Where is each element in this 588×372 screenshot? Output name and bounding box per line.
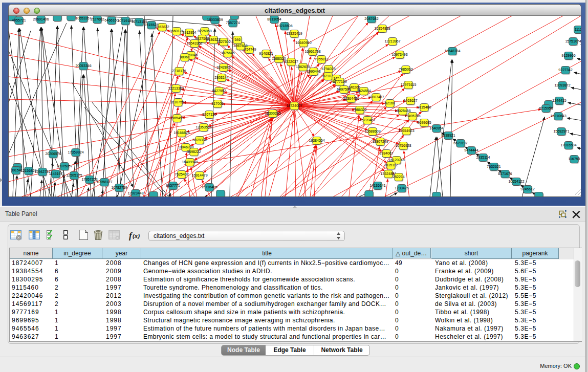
svg-text:19654923: 19654923 <box>398 129 414 133</box>
svg-text:6679197: 6679197 <box>453 141 467 145</box>
svg-text:12213369: 12213369 <box>168 86 184 90</box>
svg-text:7357274: 7357274 <box>226 21 239 25</box>
svg-text:14136141: 14136141 <box>369 184 385 187</box>
svg-text:16648784: 16648784 <box>444 49 460 53</box>
svg-text:9129966: 9129966 <box>561 54 575 57</box>
svg-text:15716485: 15716485 <box>201 185 217 189</box>
svg-text:1615112: 1615112 <box>384 163 398 167</box>
svg-text:3624554: 3624554 <box>357 89 371 93</box>
svg-text:10025458: 10025458 <box>395 109 410 113</box>
svg-text:9384067: 9384067 <box>379 151 393 155</box>
svg-text:1640954: 1640954 <box>429 126 443 130</box>
svg-text:10653267: 10653267 <box>75 16 91 20</box>
svg-text:17975115: 17975115 <box>401 83 417 86</box>
svg-text:1362615: 1362615 <box>296 65 310 69</box>
svg-text:19218506: 19218506 <box>276 24 292 28</box>
svg-text:3875645: 3875645 <box>221 51 234 55</box>
svg-text:62160: 62160 <box>385 101 395 105</box>
svg-text:252214: 252214 <box>393 175 404 179</box>
svg-text:17016504: 17016504 <box>560 143 576 147</box>
svg-text:7663822: 7663822 <box>155 25 169 29</box>
svg-text:6466160: 6466160 <box>104 18 118 22</box>
svg-text:546: 546 <box>234 38 241 41</box>
svg-text:6794078: 6794078 <box>321 67 335 71</box>
svg-text:2967608: 2967608 <box>233 44 247 48</box>
svg-text:9146821: 9146821 <box>259 52 273 55</box>
svg-text:8912954: 8912954 <box>182 31 196 34</box>
svg-text:18807249: 18807249 <box>372 140 388 143</box>
svg-text:7986322: 7986322 <box>353 108 366 112</box>
svg-text:9699695: 9699695 <box>417 121 431 124</box>
svg-text:9657771: 9657771 <box>166 184 180 187</box>
svg-text:2935114: 2935114 <box>476 156 490 159</box>
svg-text:13495756: 13495756 <box>404 114 420 118</box>
svg-text:12213967: 12213967 <box>384 39 400 43</box>
svg-text:19384554: 19384554 <box>309 139 324 142</box>
svg-text:12923448: 12923448 <box>127 191 143 195</box>
svg-text:(x): (x) <box>133 233 140 239</box>
svg-text:10807487: 10807487 <box>368 95 384 99</box>
svg-text:20691406: 20691406 <box>33 17 49 21</box>
svg-text:2087682: 2087682 <box>364 17 378 20</box>
svg-text:12505175: 12505175 <box>66 173 82 177</box>
svg-text:1965493: 1965493 <box>170 116 184 120</box>
svg-text:8471676: 8471676 <box>498 172 512 176</box>
svg-text:9777169: 9777169 <box>333 80 346 83</box>
svg-text:16543362: 16543362 <box>186 41 202 45</box>
svg-text:7485063: 7485063 <box>399 68 412 71</box>
svg-text:9474444: 9474444 <box>464 148 478 152</box>
svg-text:8660124: 8660124 <box>169 29 183 33</box>
svg-text:20053346: 20053346 <box>75 64 91 68</box>
svg-text:9242845: 9242845 <box>216 65 230 69</box>
svg-text:8813054: 8813054 <box>267 17 281 21</box>
svg-text:9427552: 9427552 <box>212 89 226 93</box>
svg-text:15720407: 15720407 <box>359 118 375 122</box>
svg-text:10973493: 10973493 <box>391 53 407 56</box>
svg-text:116753: 116753 <box>569 157 580 161</box>
svg-text:10958127: 10958127 <box>96 180 112 184</box>
svg-text:10756928: 10756928 <box>395 144 411 147</box>
svg-text:7955812: 7955812 <box>314 57 328 61</box>
svg-text:9115460: 9115460 <box>418 105 431 109</box>
svg-text:20364436: 20364436 <box>343 97 359 100</box>
svg-text:10975857: 10975857 <box>56 164 72 168</box>
svg-text:7632621: 7632621 <box>487 165 500 168</box>
svg-text:817005: 817005 <box>211 102 223 105</box>
svg-text:8215958: 8215958 <box>539 106 553 110</box>
svg-text:4055721: 4055721 <box>12 18 26 22</box>
svg-text:16210643: 16210643 <box>550 114 566 118</box>
svg-text:13325419: 13325419 <box>286 32 302 35</box>
svg-text:12353594: 12353594 <box>195 125 211 129</box>
svg-text:6497508: 6497508 <box>337 87 351 91</box>
svg-text:1990448: 1990448 <box>307 70 320 73</box>
svg-text:17957253: 17957253 <box>81 178 97 181</box>
svg-text:3498222: 3498222 <box>187 150 201 154</box>
svg-text:12942737: 12942737 <box>34 170 50 173</box>
svg-text:2718176: 2718176 <box>172 69 186 73</box>
svg-text:10654122: 10654122 <box>508 180 524 183</box>
svg-text:19166825: 19166825 <box>173 131 189 135</box>
svg-text:12093872: 12093872 <box>554 83 570 87</box>
svg-text:9227342: 9227342 <box>558 68 572 72</box>
svg-text:7625402: 7625402 <box>175 172 188 176</box>
svg-text:18724007: 18724007 <box>286 104 302 107</box>
svg-text:1733426: 1733426 <box>395 186 408 190</box>
svg-text:1145197: 1145197 <box>49 172 63 176</box>
svg-text:16154838: 16154838 <box>374 27 390 30</box>
svg-text:1112: 1112 <box>575 28 581 31</box>
svg-text:1244415: 1244415 <box>552 99 566 102</box>
svg-text:15692971: 15692971 <box>553 129 569 133</box>
svg-text:39154: 39154 <box>11 168 21 172</box>
svg-text:8267130: 8267130 <box>202 113 216 116</box>
svg-text:8878334: 8878334 <box>192 138 206 142</box>
svg-text:9463627: 9463627 <box>403 99 417 102</box>
svg-text:16033809: 16033809 <box>207 18 223 21</box>
svg-text:16914479: 16914479 <box>191 173 207 177</box>
svg-text:16961758: 16961758 <box>304 50 320 53</box>
svg-text:8322037: 8322037 <box>284 60 298 63</box>
svg-text:16409948: 16409948 <box>182 160 198 164</box>
svg-text:15751074: 15751074 <box>565 39 581 43</box>
svg-text:16640910: 16640910 <box>295 41 311 45</box>
svg-text:18300295: 18300295 <box>265 112 280 115</box>
svg-text:16782759: 16782759 <box>111 186 127 189</box>
